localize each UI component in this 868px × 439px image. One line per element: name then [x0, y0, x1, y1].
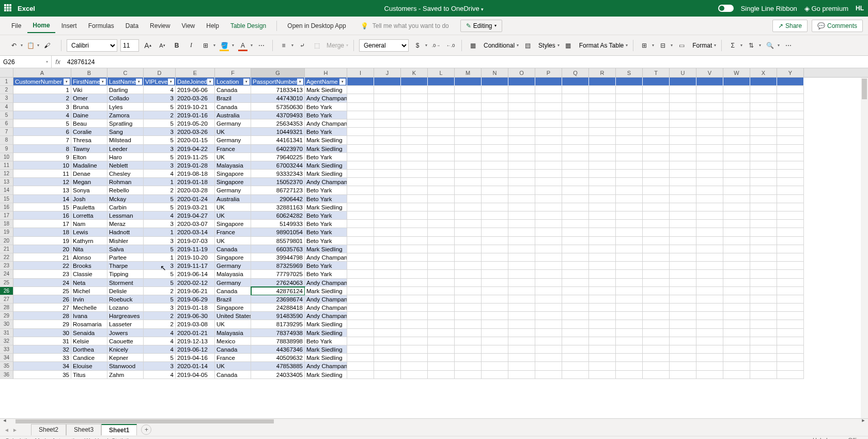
- cell[interactable]: [428, 195, 455, 203]
- cell[interactable]: [482, 170, 508, 178]
- cell[interactable]: [723, 178, 750, 186]
- cell[interactable]: Beto Yark: [305, 153, 347, 161]
- cell[interactable]: [696, 136, 723, 144]
- cell[interactable]: 2019-01-16: [176, 111, 215, 119]
- cell[interactable]: [616, 220, 643, 228]
- cell[interactable]: Nam: [71, 220, 107, 228]
- cell[interactable]: [508, 111, 535, 119]
- cell[interactable]: [401, 103, 428, 111]
- cell[interactable]: [535, 103, 562, 111]
- cell[interactable]: [535, 119, 562, 128]
- cell[interactable]: [535, 128, 562, 136]
- cell[interactable]: Lozano: [107, 304, 144, 312]
- cell[interactable]: [508, 195, 535, 203]
- row-header[interactable]: 20: [0, 237, 13, 245]
- cell[interactable]: 24288418: [251, 304, 305, 312]
- filter-icon[interactable]: ▾: [136, 79, 142, 85]
- cell[interactable]: Jowers: [107, 329, 144, 337]
- cell[interactable]: [535, 211, 562, 220]
- user-badge[interactable]: HL: [856, 5, 864, 12]
- cell[interactable]: [535, 362, 562, 370]
- cell[interactable]: [696, 262, 723, 270]
- cell[interactable]: [535, 279, 562, 287]
- cell[interactable]: Meraz: [107, 220, 144, 228]
- cell[interactable]: [374, 279, 401, 287]
- cell[interactable]: [428, 145, 455, 153]
- row-header[interactable]: 16: [0, 203, 13, 211]
- cell[interactable]: [455, 94, 482, 102]
- cell[interactable]: [670, 312, 696, 320]
- cell[interactable]: UK: [215, 211, 251, 220]
- table-header-cell[interactable]: FirstName▾: [71, 78, 107, 86]
- row-header[interactable]: 10: [0, 153, 13, 161]
- cell[interactable]: 3: [144, 262, 176, 270]
- cell[interactable]: [374, 103, 401, 111]
- cell[interactable]: [670, 345, 696, 354]
- cell[interactable]: [696, 228, 723, 236]
- filter-icon[interactable]: ▾: [339, 79, 346, 85]
- cell[interactable]: Delisle: [107, 287, 144, 295]
- cell[interactable]: [670, 279, 696, 287]
- cell[interactable]: [508, 295, 535, 304]
- cell[interactable]: 91483590: [251, 312, 305, 320]
- cell[interactable]: [750, 270, 777, 278]
- cell[interactable]: [750, 170, 777, 178]
- cell[interactable]: [535, 304, 562, 312]
- cell[interactable]: [589, 354, 616, 362]
- cell[interactable]: [401, 161, 428, 170]
- cell[interactable]: [347, 94, 374, 102]
- cell[interactable]: [670, 228, 696, 236]
- name-box[interactable]: G26▾: [0, 56, 52, 68]
- cell[interactable]: [347, 178, 374, 186]
- row-header[interactable]: 9: [0, 145, 13, 153]
- cell[interactable]: Andy Champan: [305, 362, 347, 370]
- cell[interactable]: [643, 362, 670, 370]
- cell[interactable]: [589, 145, 616, 153]
- cell[interactable]: 2019-06-06: [176, 86, 215, 94]
- column-header-F[interactable]: F: [215, 68, 251, 77]
- cell[interactable]: Mark Siedling: [305, 86, 347, 94]
- row-header[interactable]: 26: [0, 287, 13, 295]
- cell[interactable]: 66035763: [251, 245, 305, 253]
- cell[interactable]: [428, 228, 455, 236]
- cell[interactable]: [777, 320, 804, 328]
- cell[interactable]: United States: [215, 312, 251, 320]
- cell[interactable]: [482, 161, 508, 170]
- filter-icon[interactable]: ▾: [100, 79, 106, 85]
- cell[interactable]: [589, 186, 616, 194]
- cell[interactable]: 31: [13, 337, 71, 345]
- cell[interactable]: [347, 237, 374, 245]
- cell[interactable]: [696, 304, 723, 312]
- cell[interactable]: Zamora: [107, 111, 144, 119]
- cell[interactable]: 42876124: [251, 287, 305, 295]
- row-header[interactable]: 1: [0, 78, 13, 86]
- cell[interactable]: [347, 354, 374, 362]
- filter-icon[interactable]: ▾: [168, 79, 174, 85]
- cell[interactable]: Mishler: [107, 237, 144, 245]
- row-header[interactable]: 36: [0, 371, 13, 379]
- cell[interactable]: [616, 262, 643, 270]
- cell[interactable]: [616, 153, 643, 161]
- cell[interactable]: 5: [144, 153, 176, 161]
- cell[interactable]: Tawny: [71, 145, 107, 153]
- cell[interactable]: 4: [144, 170, 176, 178]
- cell[interactable]: Candice: [71, 354, 107, 362]
- cell[interactable]: [589, 103, 616, 111]
- cell[interactable]: [643, 279, 670, 287]
- cell[interactable]: [347, 279, 374, 287]
- cell[interactable]: Germany: [215, 186, 251, 194]
- cell[interactable]: [777, 279, 804, 287]
- cell[interactable]: [428, 354, 455, 362]
- font-size-input[interactable]: [120, 39, 139, 52]
- cell[interactable]: [777, 86, 804, 94]
- row-header[interactable]: 12: [0, 170, 13, 178]
- cell[interactable]: Singapore: [215, 304, 251, 312]
- cell[interactable]: [374, 94, 401, 102]
- cell[interactable]: [482, 128, 508, 136]
- cell[interactable]: [347, 220, 374, 228]
- cell[interactable]: [696, 128, 723, 136]
- cell[interactable]: 27624063: [251, 279, 305, 287]
- cell[interactable]: [482, 295, 508, 304]
- row-header[interactable]: 14: [0, 186, 13, 194]
- cell[interactable]: Thresa: [71, 136, 107, 144]
